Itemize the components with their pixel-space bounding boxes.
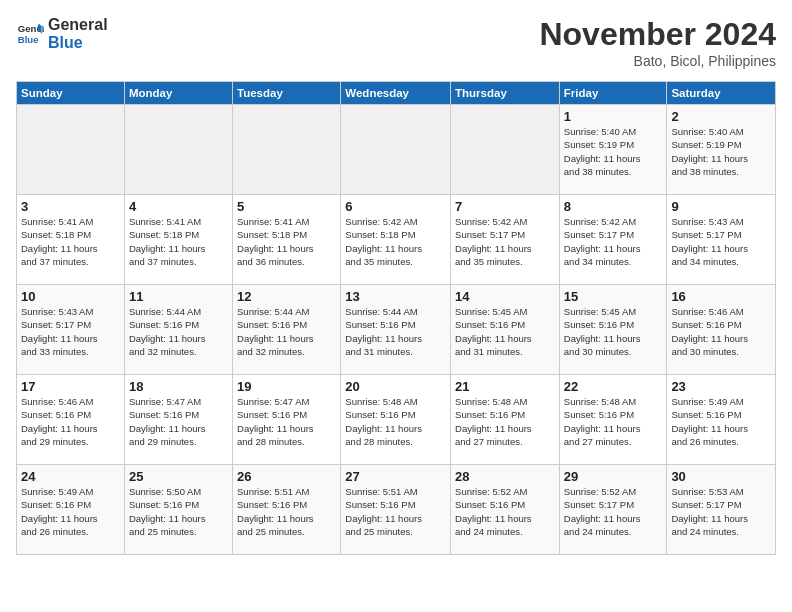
day-cell: 27Sunrise: 5:51 AM Sunset: 5:16 PM Dayli…	[341, 465, 451, 555]
logo-line2: Blue	[48, 34, 108, 52]
col-thursday: Thursday	[451, 82, 560, 105]
month-title: November 2024	[539, 16, 776, 53]
day-cell: 6Sunrise: 5:42 AM Sunset: 5:18 PM Daylig…	[341, 195, 451, 285]
day-info: Sunrise: 5:48 AM Sunset: 5:16 PM Dayligh…	[345, 395, 446, 448]
day-cell: 29Sunrise: 5:52 AM Sunset: 5:17 PM Dayli…	[559, 465, 667, 555]
day-info: Sunrise: 5:44 AM Sunset: 5:16 PM Dayligh…	[129, 305, 228, 358]
day-info: Sunrise: 5:41 AM Sunset: 5:18 PM Dayligh…	[21, 215, 120, 268]
title-section: November 2024 Bato, Bicol, Philippines	[539, 16, 776, 69]
day-info: Sunrise: 5:42 AM Sunset: 5:17 PM Dayligh…	[564, 215, 663, 268]
day-cell: 5Sunrise: 5:41 AM Sunset: 5:18 PM Daylig…	[233, 195, 341, 285]
day-number: 17	[21, 379, 120, 394]
day-info: Sunrise: 5:47 AM Sunset: 5:16 PM Dayligh…	[129, 395, 228, 448]
day-cell: 26Sunrise: 5:51 AM Sunset: 5:16 PM Dayli…	[233, 465, 341, 555]
day-number: 24	[21, 469, 120, 484]
day-cell: 16Sunrise: 5:46 AM Sunset: 5:16 PM Dayli…	[667, 285, 776, 375]
page-container: General Blue General Blue November 2024 …	[0, 0, 792, 563]
header: General Blue General Blue November 2024 …	[16, 16, 776, 69]
day-info: Sunrise: 5:48 AM Sunset: 5:16 PM Dayligh…	[564, 395, 663, 448]
day-number: 6	[345, 199, 446, 214]
day-cell: 24Sunrise: 5:49 AM Sunset: 5:16 PM Dayli…	[17, 465, 125, 555]
col-saturday: Saturday	[667, 82, 776, 105]
day-cell: 11Sunrise: 5:44 AM Sunset: 5:16 PM Dayli…	[124, 285, 232, 375]
day-number: 27	[345, 469, 446, 484]
day-info: Sunrise: 5:44 AM Sunset: 5:16 PM Dayligh…	[345, 305, 446, 358]
day-number: 9	[671, 199, 771, 214]
day-number: 4	[129, 199, 228, 214]
day-info: Sunrise: 5:46 AM Sunset: 5:16 PM Dayligh…	[21, 395, 120, 448]
day-number: 21	[455, 379, 555, 394]
logo: General Blue General Blue	[16, 16, 108, 51]
day-info: Sunrise: 5:47 AM Sunset: 5:16 PM Dayligh…	[237, 395, 336, 448]
day-info: Sunrise: 5:48 AM Sunset: 5:16 PM Dayligh…	[455, 395, 555, 448]
day-cell: 2Sunrise: 5:40 AM Sunset: 5:19 PM Daylig…	[667, 105, 776, 195]
day-number: 7	[455, 199, 555, 214]
day-info: Sunrise: 5:52 AM Sunset: 5:17 PM Dayligh…	[564, 485, 663, 538]
day-info: Sunrise: 5:45 AM Sunset: 5:16 PM Dayligh…	[455, 305, 555, 358]
week-row-2: 10Sunrise: 5:43 AM Sunset: 5:17 PM Dayli…	[17, 285, 776, 375]
day-number: 30	[671, 469, 771, 484]
week-row-4: 24Sunrise: 5:49 AM Sunset: 5:16 PM Dayli…	[17, 465, 776, 555]
day-number: 26	[237, 469, 336, 484]
day-number: 22	[564, 379, 663, 394]
day-info: Sunrise: 5:49 AM Sunset: 5:16 PM Dayligh…	[671, 395, 771, 448]
day-cell: 14Sunrise: 5:45 AM Sunset: 5:16 PM Dayli…	[451, 285, 560, 375]
day-info: Sunrise: 5:49 AM Sunset: 5:16 PM Dayligh…	[21, 485, 120, 538]
week-row-0: 1Sunrise: 5:40 AM Sunset: 5:19 PM Daylig…	[17, 105, 776, 195]
day-cell: 30Sunrise: 5:53 AM Sunset: 5:17 PM Dayli…	[667, 465, 776, 555]
day-cell: 8Sunrise: 5:42 AM Sunset: 5:17 PM Daylig…	[559, 195, 667, 285]
day-number: 11	[129, 289, 228, 304]
day-info: Sunrise: 5:45 AM Sunset: 5:16 PM Dayligh…	[564, 305, 663, 358]
col-monday: Monday	[124, 82, 232, 105]
week-row-3: 17Sunrise: 5:46 AM Sunset: 5:16 PM Dayli…	[17, 375, 776, 465]
logo-icon: General Blue	[16, 20, 44, 48]
svg-text:Blue: Blue	[18, 33, 39, 44]
day-number: 18	[129, 379, 228, 394]
day-cell: 17Sunrise: 5:46 AM Sunset: 5:16 PM Dayli…	[17, 375, 125, 465]
day-cell: 10Sunrise: 5:43 AM Sunset: 5:17 PM Dayli…	[17, 285, 125, 375]
week-row-1: 3Sunrise: 5:41 AM Sunset: 5:18 PM Daylig…	[17, 195, 776, 285]
day-info: Sunrise: 5:40 AM Sunset: 5:19 PM Dayligh…	[671, 125, 771, 178]
day-cell: 18Sunrise: 5:47 AM Sunset: 5:16 PM Dayli…	[124, 375, 232, 465]
day-cell: 19Sunrise: 5:47 AM Sunset: 5:16 PM Dayli…	[233, 375, 341, 465]
col-tuesday: Tuesday	[233, 82, 341, 105]
day-info: Sunrise: 5:42 AM Sunset: 5:17 PM Dayligh…	[455, 215, 555, 268]
header-row: Sunday Monday Tuesday Wednesday Thursday…	[17, 82, 776, 105]
day-cell: 22Sunrise: 5:48 AM Sunset: 5:16 PM Dayli…	[559, 375, 667, 465]
day-info: Sunrise: 5:40 AM Sunset: 5:19 PM Dayligh…	[564, 125, 663, 178]
day-number: 1	[564, 109, 663, 124]
day-info: Sunrise: 5:44 AM Sunset: 5:16 PM Dayligh…	[237, 305, 336, 358]
calendar-table: Sunday Monday Tuesday Wednesday Thursday…	[16, 81, 776, 555]
day-number: 19	[237, 379, 336, 394]
day-info: Sunrise: 5:43 AM Sunset: 5:17 PM Dayligh…	[21, 305, 120, 358]
location: Bato, Bicol, Philippines	[539, 53, 776, 69]
day-number: 12	[237, 289, 336, 304]
day-info: Sunrise: 5:50 AM Sunset: 5:16 PM Dayligh…	[129, 485, 228, 538]
day-number: 23	[671, 379, 771, 394]
day-info: Sunrise: 5:51 AM Sunset: 5:16 PM Dayligh…	[237, 485, 336, 538]
day-number: 13	[345, 289, 446, 304]
logo-line1: General	[48, 16, 108, 34]
day-info: Sunrise: 5:52 AM Sunset: 5:16 PM Dayligh…	[455, 485, 555, 538]
day-cell: 9Sunrise: 5:43 AM Sunset: 5:17 PM Daylig…	[667, 195, 776, 285]
col-sunday: Sunday	[17, 82, 125, 105]
day-cell: 28Sunrise: 5:52 AM Sunset: 5:16 PM Dayli…	[451, 465, 560, 555]
day-cell	[233, 105, 341, 195]
day-number: 14	[455, 289, 555, 304]
day-cell: 1Sunrise: 5:40 AM Sunset: 5:19 PM Daylig…	[559, 105, 667, 195]
day-number: 3	[21, 199, 120, 214]
day-cell	[124, 105, 232, 195]
day-cell: 3Sunrise: 5:41 AM Sunset: 5:18 PM Daylig…	[17, 195, 125, 285]
day-cell: 21Sunrise: 5:48 AM Sunset: 5:16 PM Dayli…	[451, 375, 560, 465]
day-info: Sunrise: 5:41 AM Sunset: 5:18 PM Dayligh…	[129, 215, 228, 268]
day-cell	[451, 105, 560, 195]
day-cell: 23Sunrise: 5:49 AM Sunset: 5:16 PM Dayli…	[667, 375, 776, 465]
day-info: Sunrise: 5:46 AM Sunset: 5:16 PM Dayligh…	[671, 305, 771, 358]
day-number: 8	[564, 199, 663, 214]
col-wednesday: Wednesday	[341, 82, 451, 105]
day-info: Sunrise: 5:41 AM Sunset: 5:18 PM Dayligh…	[237, 215, 336, 268]
day-cell: 12Sunrise: 5:44 AM Sunset: 5:16 PM Dayli…	[233, 285, 341, 375]
day-number: 16	[671, 289, 771, 304]
day-number: 29	[564, 469, 663, 484]
day-cell: 20Sunrise: 5:48 AM Sunset: 5:16 PM Dayli…	[341, 375, 451, 465]
